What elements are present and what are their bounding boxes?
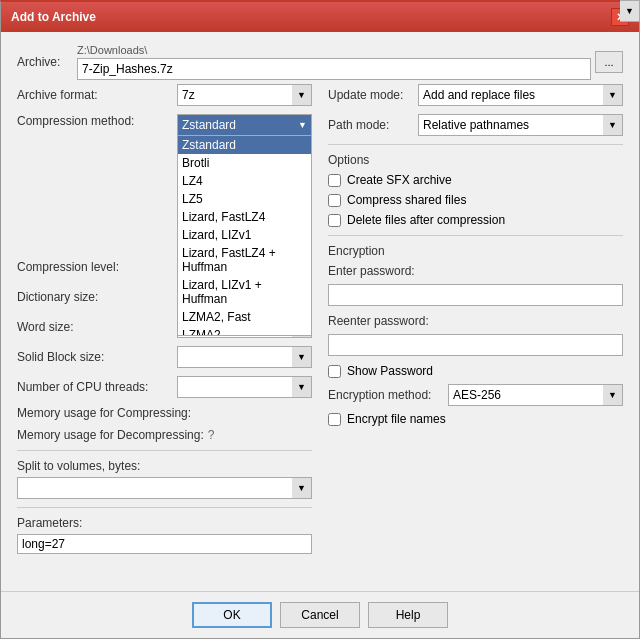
dictionary-size-label: Dictionary size: <box>17 290 177 304</box>
solid-block-size-row: Solid Block size: ▼ <box>17 346 312 368</box>
split-volumes-combo: ▼ <box>17 477 312 499</box>
update-mode-combo: Add and replace files Update and add fil… <box>418 84 623 106</box>
footer: OK Cancel Help <box>1 591 639 638</box>
right-divider1 <box>328 144 623 145</box>
dialog-body: Archive: Z:\Downloads\ 7-Zip_Hashes.7z ▼… <box>1 32 639 591</box>
create-sfx-row: Create SFX archive <box>328 173 623 187</box>
update-mode-row: Update mode: Add and replace files Updat… <box>328 84 623 106</box>
memory-decompress-label: Memory usage for Decompressing: <box>17 428 204 442</box>
dropdown-item-lizard-lizv1[interactable]: Lizard, LIZv1 <box>178 226 311 244</box>
compression-method-label: Compression method: <box>17 114 177 128</box>
encryption-group: Encryption Enter password: Reenter passw… <box>328 244 623 426</box>
delete-after-row: Delete files after compression <box>328 213 623 227</box>
update-mode-label: Update mode: <box>328 88 418 102</box>
archive-label: Archive: <box>17 55 77 69</box>
compression-method-row: Compression method: Zstandard ▼ Zstandar… <box>17 114 312 136</box>
encryption-title: Encryption <box>328 244 623 258</box>
right-column: Update mode: Add and replace files Updat… <box>328 84 623 562</box>
compression-method-arrow: ▼ <box>298 120 307 130</box>
divider1 <box>17 450 312 451</box>
archive-format-combo-wrapper: 7z zip tar gzip bzip2 xz wim ▼ <box>177 84 312 106</box>
archive-format-row: Archive format: 7z zip tar gzip bzip2 xz… <box>17 84 312 106</box>
delete-after-checkbox[interactable] <box>328 214 341 227</box>
create-sfx-checkbox[interactable] <box>328 174 341 187</box>
dropdown-item-lz5[interactable]: LZ5 <box>178 190 311 208</box>
ok-button[interactable]: OK <box>192 602 272 628</box>
show-password-row: Show Password <box>328 364 623 378</box>
encryption-method-select[interactable]: AES-256 <box>448 384 623 406</box>
memory-decompress-help: ? <box>208 428 215 442</box>
archive-format-label: Archive format: <box>17 88 177 102</box>
cpu-threads-row: Number of CPU threads: ▼ <box>17 376 312 398</box>
parameters-row: Parameters: <box>17 516 312 554</box>
dropdown-item-lzma2-fast[interactable]: LZMA2, Fast <box>178 308 311 326</box>
archive-format-select[interactable]: 7z zip tar gzip bzip2 xz wim <box>177 84 312 106</box>
dropdown-item-lzma2[interactable]: LZMA2 <box>178 326 311 336</box>
options-group: Options Create SFX archive Compress shar… <box>328 153 623 227</box>
encrypt-filenames-row: Encrypt file names <box>328 412 623 426</box>
dropdown-item-lizard-lizv1-huffman[interactable]: Lizard, LIZv1 + Huffman <box>178 276 311 308</box>
dropdown-item-zstandard[interactable]: Zstandard <box>178 136 311 154</box>
reenter-password-input[interactable] <box>328 334 623 356</box>
archive-path-line1: Z:\Downloads\ <box>77 44 591 56</box>
compression-method-dropdown: Zstandard Brotli LZ4 LZ5 Lizard, FastLZ4… <box>177 136 312 336</box>
compress-shared-checkbox[interactable] <box>328 194 341 207</box>
parameters-input[interactable] <box>17 534 312 554</box>
close-button[interactable]: ✕ <box>611 8 629 26</box>
show-password-checkbox[interactable] <box>328 365 341 378</box>
dialog: Add to Archive ✕ Archive: Z:\Downloads\ … <box>0 0 640 639</box>
compression-method-wrapper[interactable]: Zstandard ▼ Zstandard Brotli LZ4 LZ5 Liz… <box>177 114 312 136</box>
path-mode-row: Path mode: Relative pathnames Full pathn… <box>328 114 623 136</box>
encryption-method-row: Encryption method: AES-256 ▼ <box>328 384 623 406</box>
left-column: Archive format: 7z zip tar gzip bzip2 xz… <box>17 84 312 562</box>
enter-password-label: Enter password: <box>328 264 623 278</box>
dropdown-item-lizard-fastlz4[interactable]: Lizard, FastLZ4 <box>178 208 311 226</box>
reenter-password-label: Reenter password: <box>328 314 623 328</box>
dropdown-item-lz4[interactable]: LZ4 <box>178 172 311 190</box>
split-volumes-row: Split to volumes, bytes: ▼ <box>17 459 312 499</box>
cpu-threads-label: Number of CPU threads: <box>17 380 177 394</box>
encryption-method-combo: AES-256 ▼ <box>448 384 623 406</box>
compress-shared-label: Compress shared files <box>347 193 466 207</box>
create-sfx-label: Create SFX archive <box>347 173 452 187</box>
show-password-label: Show Password <box>347 364 433 378</box>
encrypt-filenames-label: Encrypt file names <box>347 412 446 426</box>
split-volumes-label: Split to volumes, bytes: <box>17 459 177 473</box>
split-volumes-select[interactable] <box>17 477 312 499</box>
enter-password-input[interactable] <box>328 284 623 306</box>
path-mode-combo: Relative pathnames Full pathnames No pat… <box>418 114 623 136</box>
delete-after-label: Delete files after compression <box>347 213 505 227</box>
right-divider2 <box>328 235 623 236</box>
archive-combo[interactable]: 7-Zip_Hashes.7z <box>77 58 591 80</box>
compression-level-label: Compression level: <box>17 260 177 274</box>
compress-shared-row: Compress shared files <box>328 193 623 207</box>
encryption-method-label: Encryption method: <box>328 388 448 402</box>
dropdown-item-brotli[interactable]: Brotli <box>178 154 311 172</box>
memory-compress-label: Memory usage for Compressing: <box>17 406 191 420</box>
solid-block-size-label: Solid Block size: <box>17 350 177 364</box>
compression-method-value: Zstandard <box>182 118 236 132</box>
dropdown-item-lizard-fastlz4-huffman[interactable]: Lizard, FastLZ4 + Huffman <box>178 244 311 276</box>
update-mode-select[interactable]: Add and replace files Update and add fil… <box>418 84 623 106</box>
help-button[interactable]: Help <box>368 602 448 628</box>
cancel-button[interactable]: Cancel <box>280 602 360 628</box>
encrypt-filenames-checkbox[interactable] <box>328 413 341 426</box>
title-bar: Add to Archive ✕ <box>1 2 639 32</box>
path-mode-label: Path mode: <box>328 118 418 132</box>
memory-decompress-row: Memory usage for Decompressing: ? <box>17 428 312 442</box>
memory-compress-row: Memory usage for Compressing: <box>17 406 312 420</box>
solid-block-size-combo: ▼ <box>177 346 312 368</box>
parameters-label: Parameters: <box>17 516 177 530</box>
word-size-label: Word size: <box>17 320 177 334</box>
archive-row: Archive: Z:\Downloads\ 7-Zip_Hashes.7z ▼… <box>17 44 623 80</box>
options-title: Options <box>328 153 623 167</box>
solid-block-size-select[interactable] <box>177 346 312 368</box>
divider2 <box>17 507 312 508</box>
archive-input-wrapper: Z:\Downloads\ 7-Zip_Hashes.7z ▼ ... <box>77 44 623 80</box>
dialog-title: Add to Archive <box>11 10 96 24</box>
cpu-threads-select[interactable] <box>177 376 312 398</box>
path-mode-select[interactable]: Relative pathnames Full pathnames No pat… <box>418 114 623 136</box>
browse-button[interactable]: ... <box>595 51 623 73</box>
compression-method-selected[interactable]: Zstandard ▼ <box>177 114 312 136</box>
main-columns: Archive format: 7z zip tar gzip bzip2 xz… <box>17 84 623 562</box>
